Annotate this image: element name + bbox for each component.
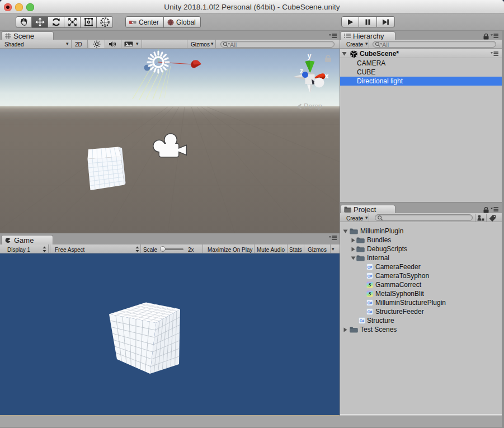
svg-text:C#: C#	[368, 310, 373, 314]
svg-text:Persp: Persp	[304, 102, 322, 110]
svg-text:C#: C#	[368, 301, 373, 305]
svg-text:C#: C#	[368, 265, 373, 269]
svg-text:x: x	[325, 72, 329, 80]
svg-text:C#: C#	[360, 319, 365, 323]
svg-text:S: S	[369, 282, 371, 288]
svg-text:C#: C#	[368, 274, 373, 278]
svg-text:z: z	[300, 67, 303, 75]
svg-text:S: S	[369, 291, 371, 297]
svg-text:y: y	[308, 52, 312, 60]
